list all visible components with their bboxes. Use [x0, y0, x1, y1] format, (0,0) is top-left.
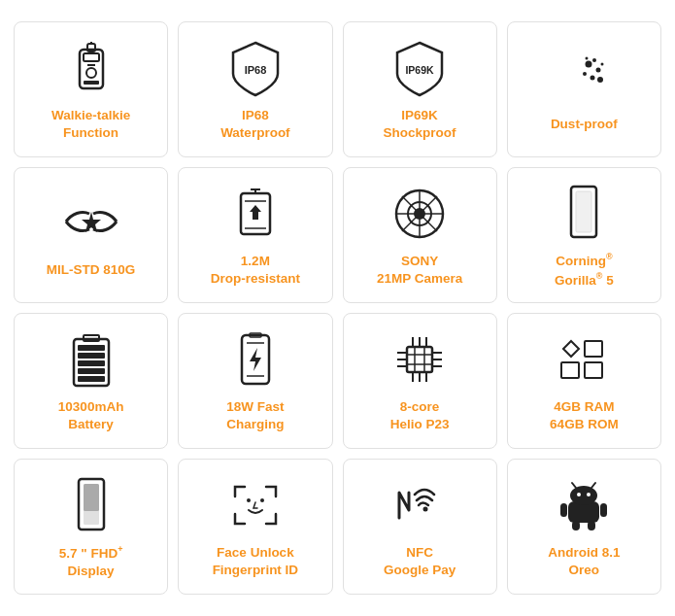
gorilla-icon — [567, 183, 600, 241]
battery-label: 10300mAhBattery — [58, 398, 124, 433]
display-label: 5.7 " FHD+Display — [59, 543, 123, 580]
svg-rect-56 — [585, 341, 602, 357]
svg-rect-39 — [407, 347, 432, 372]
svg-point-11 — [592, 58, 596, 62]
card-dust: Dust-proof — [507, 21, 661, 157]
svg-rect-30 — [78, 376, 105, 382]
ip69k-icon: IP69K — [393, 39, 446, 97]
svg-point-68 — [587, 493, 591, 496]
svg-rect-71 — [560, 503, 567, 517]
ram-label: 4GB RAM64GB ROM — [550, 398, 619, 433]
svg-point-25 — [414, 208, 425, 220]
svg-marker-17 — [82, 212, 101, 232]
svg-point-66 — [570, 486, 597, 505]
card-faceunlock: Face UnlockFingerprint ID — [178, 459, 332, 595]
svg-rect-73 — [572, 521, 580, 530]
drop-icon — [235, 185, 276, 243]
svg-rect-72 — [600, 503, 607, 517]
svg-rect-31 — [78, 368, 105, 374]
card-chip: 8-coreHelio P23 — [343, 313, 497, 449]
ip68-label: IP68Waterproof — [220, 107, 290, 142]
card-ip68: IP68 IP68Waterproof — [178, 21, 332, 157]
card-battery: 10300mAhBattery — [14, 313, 168, 449]
battery-icon — [70, 330, 113, 389]
svg-rect-1 — [84, 53, 99, 61]
svg-line-70 — [591, 483, 595, 488]
ip68-icon: IP68 — [229, 39, 282, 97]
ram-icon — [557, 330, 610, 389]
card-ip69k: IP69K IP69KShockproof — [343, 21, 497, 157]
nfc-label: NFCGoogle Pay — [384, 544, 456, 579]
display-icon — [75, 475, 108, 533]
svg-rect-4 — [84, 81, 99, 85]
svg-rect-74 — [588, 521, 595, 530]
svg-point-62 — [247, 498, 251, 502]
milstd-icon — [62, 193, 120, 252]
android-icon — [558, 476, 609, 534]
svg-point-14 — [591, 75, 595, 80]
svg-rect-57 — [561, 362, 579, 378]
svg-rect-27 — [576, 191, 591, 232]
camera-label: SONY21MP Camera — [377, 253, 462, 288]
svg-line-69 — [572, 483, 576, 488]
svg-point-12 — [597, 77, 603, 83]
card-drop: 1.2MDrop-resistant — [178, 167, 332, 303]
chip-icon — [393, 330, 446, 389]
svg-text:IP69K: IP69K — [406, 64, 435, 76]
charging-icon — [236, 330, 275, 389]
card-nfc: NFCGoogle Pay — [343, 459, 497, 595]
walkie-talkie-label: Walkie-talkieFunction — [51, 107, 130, 142]
svg-rect-34 — [78, 345, 105, 351]
card-milstd: MIL-STD 810G — [14, 167, 168, 303]
card-walkie-talkie: Walkie-talkieFunction — [14, 21, 168, 157]
svg-rect-33 — [78, 353, 105, 359]
dust-label: Dust-proof — [551, 116, 618, 133]
card-ram: 4GB RAM64GB ROM — [507, 313, 661, 449]
card-camera: SONY21MP Camera — [343, 167, 497, 303]
svg-rect-61 — [84, 484, 99, 511]
svg-point-9 — [586, 60, 592, 67]
faceunlock-icon — [229, 476, 282, 534]
ip69k-label: IP69KShockproof — [384, 107, 456, 142]
card-gorilla: Corning®Gorilla® 5 — [507, 167, 661, 303]
svg-point-67 — [577, 493, 581, 496]
camera-icon — [392, 185, 447, 243]
dust-icon — [557, 48, 610, 106]
android-label: Android 8.1Oreo — [548, 544, 620, 579]
svg-point-15 — [601, 62, 604, 65]
chip-label: 8-coreHelio P23 — [390, 398, 450, 433]
svg-point-64 — [423, 506, 428, 511]
svg-rect-58 — [585, 362, 602, 378]
card-display: 5.7 " FHD+Display — [14, 459, 168, 595]
card-android: Android 8.1Oreo — [507, 459, 661, 595]
svg-point-13 — [583, 72, 587, 76]
svg-point-16 — [586, 56, 589, 59]
walkie-talkie-icon — [68, 39, 115, 97]
milstd-label: MIL-STD 810G — [47, 261, 136, 279]
svg-rect-32 — [78, 360, 105, 366]
faceunlock-label: Face UnlockFingerprint ID — [213, 544, 299, 579]
charging-label: 18W FastCharging — [226, 398, 284, 433]
drop-label: 1.2MDrop-resistant — [211, 253, 300, 288]
svg-text:IP68: IP68 — [245, 64, 267, 76]
features-grid: Walkie-talkieFunction IP68 IP68Waterproo… — [0, 8, 675, 608]
svg-point-10 — [596, 67, 601, 72]
svg-point-2 — [86, 68, 96, 78]
gorilla-label: Corning®Gorilla® 5 — [555, 251, 614, 289]
card-charging: 18W FastCharging — [178, 313, 332, 449]
svg-point-63 — [260, 498, 264, 502]
nfc-icon — [391, 476, 448, 534]
